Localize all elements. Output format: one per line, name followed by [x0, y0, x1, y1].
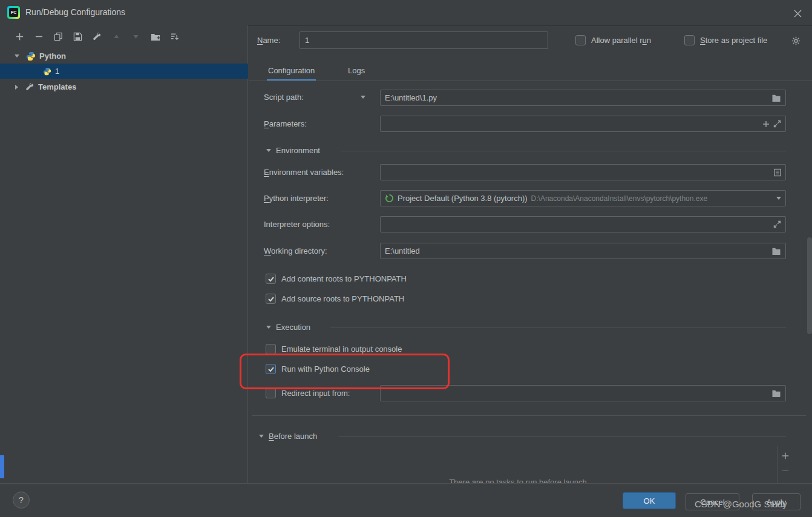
- checkbox-box[interactable]: [575, 35, 586, 45]
- checkbox-box[interactable]: [684, 35, 695, 45]
- environment-variables-label: Environment variables:: [264, 168, 344, 177]
- pycharm-logo-icon: PC: [7, 6, 20, 19]
- allow-parallel-run-checkbox[interactable]: Allow parallel run: [575, 35, 651, 45]
- tab-logs[interactable]: Logs: [347, 63, 366, 79]
- before-launch-section-toggle[interactable]: Before launch: [259, 432, 317, 441]
- add-source-roots-checkbox[interactable]: Add source roots to PYTHONPATH: [266, 294, 404, 304]
- expander-icon[interactable]: [15, 54, 19, 58]
- section-label: Before launch: [269, 432, 317, 441]
- title-bar: PC Run/Debug Configurations: [0, 0, 812, 26]
- checkbox-label: Allow parallel run: [591, 36, 651, 45]
- collapse-arrow-icon: [266, 149, 271, 152]
- run-with-python-console-checkbox[interactable]: Run with Python Console: [266, 364, 370, 374]
- toolbar: [15, 31, 180, 42]
- field-value: E:\untitled: [385, 246, 768, 255]
- checkbox-box[interactable]: [266, 388, 276, 398]
- scrollbar-thumb[interactable]: [807, 237, 812, 334]
- configurations-panel: Python 1 Templates: [0, 25, 248, 483]
- parameters-field[interactable]: [380, 116, 786, 132]
- before-launch-list[interactable]: There are no tasks to run before launch: [259, 446, 777, 483]
- move-down-button[interactable]: [131, 31, 141, 42]
- environment-section-toggle[interactable]: Environment: [266, 146, 320, 155]
- create-new-folder-button[interactable]: [150, 31, 160, 42]
- move-up-button[interactable]: [111, 31, 122, 42]
- tabs-separator: [249, 81, 812, 81]
- add-content-roots-checkbox[interactable]: Add content roots to PYTHONPATH: [266, 274, 407, 284]
- folder-icon[interactable]: [771, 247, 781, 255]
- expand-icon[interactable]: [773, 120, 781, 128]
- tree-item-python-group[interactable]: Python: [0, 48, 248, 64]
- minus-icon: [781, 466, 790, 475]
- section-rule: [341, 151, 786, 151]
- emulate-terminal-checkbox[interactable]: Emulate terminal in output console: [266, 344, 402, 354]
- dialog-title: Run/Debug Configurations: [25, 7, 125, 17]
- store-as-project-file-checkbox[interactable]: Store as project file: [684, 35, 767, 45]
- interpreter-path: D:\Anaconda\AnacondaInstall\envs\pytorch…: [531, 194, 773, 203]
- env-vars-editor-icon[interactable]: [774, 168, 781, 177]
- collapse-arrow-icon: [266, 326, 271, 329]
- sort-icon: [170, 32, 179, 41]
- add-task-button[interactable]: [781, 452, 790, 462]
- working-directory-field[interactable]: E:\untitled: [380, 243, 786, 259]
- checkbox-box[interactable]: [266, 364, 276, 374]
- remove-button[interactable]: [34, 31, 44, 42]
- add-button[interactable]: [15, 31, 25, 42]
- field-value: E:\untitled\1.py: [385, 93, 768, 102]
- field-value: Project Default (Python 3.8 (pytorch)): [398, 194, 528, 203]
- close-button[interactable]: [790, 6, 805, 21]
- name-input[interactable]: [300, 31, 548, 49]
- expander-icon[interactable]: [15, 85, 18, 90]
- remove-task-button[interactable]: [781, 466, 790, 476]
- python-interpreter-label: Python interpreter:: [264, 194, 329, 203]
- content-separator: [252, 415, 806, 416]
- ok-button[interactable]: OK: [623, 492, 676, 509]
- left-edge-artifact: [0, 455, 4, 478]
- tree-item-templates[interactable]: Templates: [0, 79, 248, 94]
- environment-variables-field[interactable]: [380, 164, 786, 180]
- section-label: Execution: [276, 323, 310, 332]
- working-directory-label: Working directory:: [264, 246, 327, 255]
- watermark: CSDN @GoodG Study: [695, 499, 787, 509]
- copy-button[interactable]: [53, 31, 64, 42]
- plus-icon: [15, 32, 24, 41]
- dropdown-arrow-icon[interactable]: [776, 197, 781, 200]
- execution-section-toggle[interactable]: Execution: [266, 323, 310, 332]
- collapse-arrow-icon: [259, 435, 264, 438]
- before-launch-divider: [777, 446, 778, 483]
- settings-gear-icon[interactable]: [791, 36, 801, 47]
- save-configuration-button[interactable]: [73, 31, 83, 42]
- checkbox-label: Add content roots to PYTHONPATH: [281, 274, 407, 283]
- tab-configuration[interactable]: Configuration: [267, 63, 316, 81]
- name-label: Name:: [257, 36, 280, 45]
- section-rule: [330, 328, 786, 328]
- folder-icon[interactable]: [771, 389, 781, 397]
- up-arrow-icon: [113, 33, 120, 41]
- interpreter-options-field[interactable]: [380, 216, 786, 232]
- script-path-field[interactable]: E:\untitled\1.py: [380, 90, 786, 106]
- run-debug-configurations-dialog: PC Run/Debug Configurations Python: [0, 0, 812, 517]
- parameters-label: Parameters:: [264, 119, 307, 128]
- add-macro-icon[interactable]: [762, 120, 770, 128]
- sort-configurations-button[interactable]: [169, 31, 180, 42]
- expand-icon[interactable]: [773, 220, 781, 228]
- checkbox-label: Emulate terminal in output console: [281, 344, 402, 354]
- tree-item-config-1[interactable]: 1: [0, 64, 248, 79]
- redirect-input-field[interactable]: [380, 385, 786, 401]
- section-rule: [339, 436, 786, 437]
- checkbox-label: Add source roots to PYTHONPATH: [281, 294, 404, 303]
- close-icon: [794, 10, 802, 18]
- python-interpreter-select[interactable]: Project Default (Python 3.8 (pytorch)) D…: [380, 190, 786, 206]
- checkbox-box[interactable]: [266, 344, 276, 354]
- script-path-kind-dropdown[interactable]: [361, 96, 365, 99]
- checkbox-box[interactable]: [266, 294, 276, 304]
- script-path-label: Script path:: [264, 93, 304, 102]
- redirect-input-checkbox[interactable]: Redirect input from:: [266, 388, 350, 398]
- edit-templates-button[interactable]: [92, 31, 102, 42]
- interpreter-options-label: Interpreter options:: [264, 220, 330, 229]
- checkbox-box[interactable]: [266, 274, 276, 284]
- folder-icon[interactable]: [771, 94, 781, 102]
- checkbox-label: Run with Python Console: [281, 364, 370, 374]
- help-button[interactable]: ?: [13, 492, 30, 509]
- checkbox-label: Redirect input from:: [281, 389, 350, 398]
- tree-item-label: Templates: [38, 82, 76, 91]
